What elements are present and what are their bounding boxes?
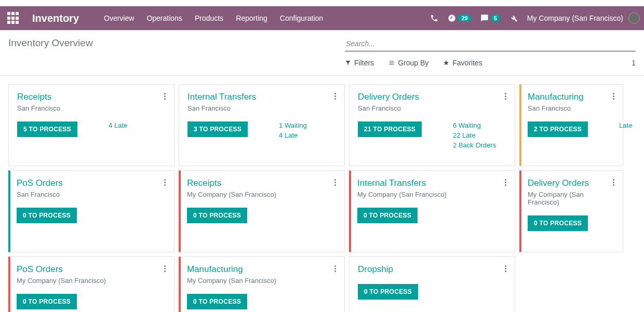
kebab-menu-icon[interactable] bbox=[613, 92, 614, 100]
card-title[interactable]: Manufacturing bbox=[187, 264, 243, 275]
card-title[interactable]: Receipts bbox=[187, 178, 221, 188]
process-button[interactable]: 0 TO PROCESS bbox=[187, 294, 247, 309]
menu-overview[interactable]: Overview bbox=[104, 14, 134, 22]
process-button[interactable]: 21 TO PROCESS bbox=[358, 121, 422, 137]
card-title[interactable]: Internal Transfers bbox=[357, 178, 426, 188]
process-button[interactable]: 0 TO PROCESS bbox=[17, 208, 77, 223]
card-subtitle: San Francisco bbox=[528, 104, 614, 112]
card-title[interactable]: Receipts bbox=[17, 92, 51, 102]
operation-card: ReceiptsSan Francisco5 TO PROCESS4 Late bbox=[8, 84, 175, 166]
filter-icon bbox=[345, 60, 351, 66]
filters-button[interactable]: Filters bbox=[345, 59, 374, 67]
process-button[interactable]: 0 TO PROCESS bbox=[528, 215, 588, 231]
menu-reporting[interactable]: Reporting bbox=[236, 14, 267, 22]
operation-card: Delivery OrdersMy Company (San Francisco… bbox=[519, 170, 623, 252]
card-title[interactable]: Delivery Orders bbox=[358, 92, 419, 102]
clock-icon bbox=[448, 14, 456, 22]
search-wrap bbox=[345, 37, 636, 51]
operation-card: ManufacturingSan Francisco2 TO PROCESSLa… bbox=[519, 84, 623, 166]
status-list: 1 Waiting4 Late bbox=[279, 121, 307, 139]
company-selector[interactable]: My Company (San Francisco) bbox=[527, 12, 640, 24]
menu-operations[interactable]: Operations bbox=[146, 14, 182, 22]
kebab-menu-icon[interactable] bbox=[505, 92, 506, 100]
phone-icon[interactable] bbox=[430, 14, 438, 22]
tools-icon[interactable] bbox=[509, 14, 518, 22]
process-button[interactable]: 2 TO PROCESS bbox=[528, 121, 588, 137]
filters-label: Filters bbox=[354, 59, 374, 67]
card-subtitle: My Company (San Francisco) bbox=[17, 277, 166, 284]
card-subtitle: San Francisco bbox=[17, 191, 166, 198]
operation-card: Delivery OrdersSan Francisco21 TO PROCES… bbox=[349, 84, 515, 166]
operation-card: PoS OrdersSan Francisco0 TO PROCESS bbox=[8, 170, 175, 252]
card-subtitle: My Company (San Francisco) bbox=[528, 191, 614, 206]
operation-card: ReceiptsMy Company (San Francisco)0 TO P… bbox=[179, 170, 345, 252]
groupby-label: Group By bbox=[398, 59, 428, 67]
card-subtitle: San Francisco bbox=[187, 104, 336, 112]
process-button[interactable]: 0 TO PROCESS bbox=[17, 294, 77, 309]
brand[interactable]: Inventory bbox=[32, 12, 79, 24]
card-title[interactable]: Manufacturing bbox=[528, 92, 584, 102]
card-title[interactable]: PoS Orders bbox=[17, 178, 63, 188]
operation-card: PoS OrdersMy Company (San Francisco)0 TO… bbox=[8, 256, 175, 312]
kebab-menu-icon[interactable] bbox=[334, 178, 336, 186]
card-title[interactable]: Delivery Orders bbox=[528, 178, 589, 188]
kebab-menu-icon[interactable] bbox=[334, 92, 336, 100]
cards-grid: ReceiptsSan Francisco5 TO PROCESS4 LateI… bbox=[0, 76, 644, 312]
record-count: 1 bbox=[632, 59, 636, 67]
company-name: My Company (San Francisco) bbox=[527, 14, 623, 22]
topbar: Inventory Overview Operations Products R… bbox=[0, 6, 644, 30]
process-button[interactable]: 5 TO PROCESS bbox=[17, 121, 77, 137]
chat-badge[interactable]: 5 bbox=[480, 14, 500, 22]
process-button[interactable]: 0 TO PROCESS bbox=[358, 284, 418, 300]
status-link[interactable]: 1 Waiting bbox=[279, 121, 307, 129]
kebab-menu-icon[interactable] bbox=[505, 178, 506, 186]
operation-card: Dropship0 TO PROCESS bbox=[349, 256, 515, 312]
operation-card: Internal TransfersSan Francisco3 TO PROC… bbox=[179, 84, 345, 166]
avatar[interactable] bbox=[628, 12, 640, 24]
favorites-label: Favorites bbox=[452, 59, 482, 67]
list-icon bbox=[388, 60, 395, 66]
card-subtitle: My Company (San Francisco) bbox=[357, 191, 506, 198]
card-title[interactable]: Dropship bbox=[358, 264, 393, 275]
main-menu: Overview Operations Products Reporting C… bbox=[104, 14, 323, 22]
chat-icon bbox=[480, 14, 489, 22]
status-link[interactable]: 2 Back Orders bbox=[453, 141, 496, 149]
card-subtitle: My Company (San Francisco) bbox=[187, 277, 336, 284]
kebab-menu-icon[interactable] bbox=[613, 178, 614, 186]
card-title[interactable]: PoS Orders bbox=[17, 264, 63, 275]
process-button[interactable]: 3 TO PROCESS bbox=[187, 121, 248, 137]
card-title[interactable]: Internal Transfers bbox=[187, 92, 256, 102]
status-link[interactable]: Late bbox=[619, 121, 632, 129]
card-subtitle: My Company (San Francisco) bbox=[187, 191, 336, 198]
status-link[interactable]: 4 Late bbox=[279, 131, 307, 139]
groupby-button[interactable]: Group By bbox=[388, 59, 428, 67]
kebab-menu-icon[interactable] bbox=[505, 264, 506, 272]
toolbar: Filters Group By Favorites 1 bbox=[345, 59, 636, 72]
kebab-menu-icon[interactable] bbox=[164, 264, 166, 272]
status-list: Late bbox=[619, 121, 632, 129]
process-button[interactable]: 0 TO PROCESS bbox=[357, 208, 418, 223]
subheader: Inventory Overview Filters Group By Favo… bbox=[0, 30, 644, 72]
status-list: 4 Late bbox=[109, 121, 127, 129]
search-input[interactable] bbox=[345, 37, 636, 50]
apps-icon[interactable] bbox=[7, 12, 20, 24]
activity-count: 29 bbox=[458, 15, 471, 22]
menu-configuration[interactable]: Configuration bbox=[280, 14, 323, 22]
status-link[interactable]: 22 Late bbox=[453, 131, 496, 139]
activity-badge[interactable]: 29 bbox=[448, 14, 471, 22]
card-subtitle: San Francisco bbox=[17, 104, 166, 112]
chat-count: 5 bbox=[491, 15, 500, 22]
kebab-menu-icon[interactable] bbox=[334, 264, 336, 272]
kebab-menu-icon[interactable] bbox=[164, 178, 166, 186]
status-link[interactable]: 6 Waiting bbox=[453, 121, 496, 129]
process-button[interactable]: 0 TO PROCESS bbox=[187, 208, 247, 223]
card-subtitle: San Francisco bbox=[358, 104, 506, 112]
menu-products[interactable]: Products bbox=[195, 14, 223, 22]
status-link[interactable]: 4 Late bbox=[109, 121, 127, 129]
page-title: Inventory Overview bbox=[8, 37, 93, 49]
favorites-button[interactable]: Favorites bbox=[443, 59, 482, 67]
operation-card: ManufacturingMy Company (San Francisco)0… bbox=[179, 256, 345, 312]
star-icon bbox=[443, 60, 449, 66]
kebab-menu-icon[interactable] bbox=[164, 92, 166, 100]
status-list: 6 Waiting22 Late2 Back Orders bbox=[453, 121, 496, 149]
